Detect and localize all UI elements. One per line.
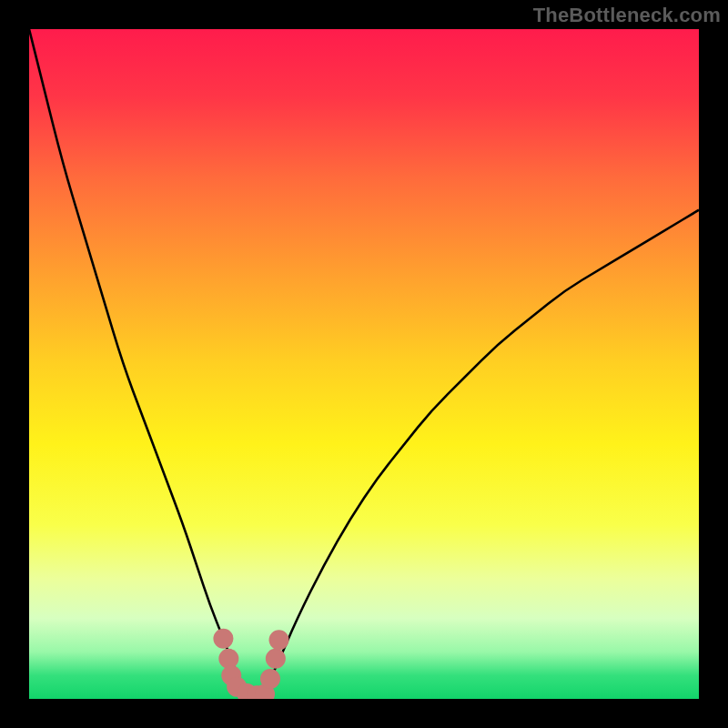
curve-marker (213, 629, 233, 649)
chart-svg (29, 29, 699, 699)
gradient-background (29, 29, 699, 699)
watermark-text: TheBottleneck.com (533, 4, 721, 27)
curve-marker (260, 669, 280, 689)
curve-marker (218, 649, 238, 669)
chart-frame: TheBottleneck.com (0, 0, 728, 728)
curve-marker (269, 630, 289, 650)
plot-area (29, 29, 699, 699)
curve-marker (266, 649, 286, 669)
